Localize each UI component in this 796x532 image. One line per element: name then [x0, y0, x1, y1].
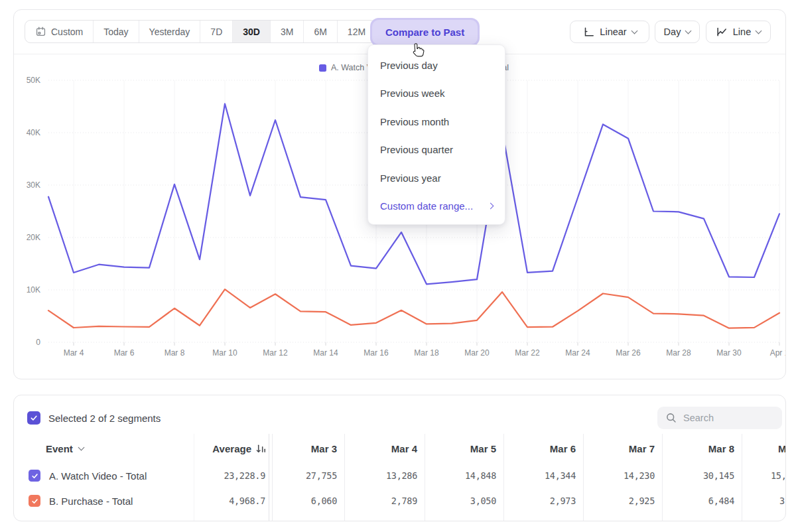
cell-value: 30,145 — [662, 470, 742, 481]
menu-item-previous-month[interactable]: Previous month — [368, 107, 505, 136]
date-preset-6m[interactable]: 6M — [304, 21, 337, 42]
cell-value-clipped: 15, — [742, 470, 786, 481]
date-range-picker: Custom Today Yesterday 7D 30D 3M 6M 12M — [25, 20, 376, 43]
search-box[interactable] — [657, 407, 782, 429]
svg-text:30K: 30K — [27, 180, 40, 190]
sort-descending-icon — [255, 442, 267, 455]
svg-text:Mar 14: Mar 14 — [313, 348, 338, 358]
column-header-mar7[interactable]: Mar 7 — [583, 443, 662, 454]
column-divider — [344, 434, 345, 521]
column-header-average[interactable]: Average — [194, 442, 273, 455]
scale-select[interactable]: Linear — [570, 21, 649, 43]
chart-card: 010K20K30K40K50KMar 4Mar 6Mar 8Mar 10Mar… — [13, 9, 786, 379]
select-all-checkbox[interactable] — [27, 411, 40, 425]
svg-text:Mar 16: Mar 16 — [364, 348, 389, 358]
column-divider — [742, 434, 742, 521]
svg-text:Mar 12: Mar 12 — [263, 348, 288, 358]
svg-text:50K: 50K — [27, 76, 40, 85]
svg-text:Mar 8: Mar 8 — [165, 348, 185, 358]
column-header-mar5[interactable]: Mar 5 — [425, 443, 503, 454]
search-icon — [665, 412, 677, 424]
linear-axis-icon — [582, 26, 594, 38]
svg-text:Mar 20: Mar 20 — [464, 348, 490, 358]
check-icon — [31, 498, 38, 505]
date-preset-12m[interactable]: 12M — [338, 21, 375, 42]
menu-item-previous-week[interactable]: Previous week — [368, 80, 505, 108]
row-checkbox-watch-video[interactable] — [29, 470, 40, 482]
svg-text:Mar 30: Mar 30 — [716, 348, 742, 358]
check-icon — [31, 472, 38, 480]
date-preset-yesterday[interactable]: Yesterday — [139, 21, 201, 42]
menu-item-previous-year[interactable]: Previous year — [368, 164, 505, 192]
cell-value: 14,848 — [425, 470, 503, 481]
selected-segments-label: Selected 2 of 2 segments — [48, 413, 161, 424]
svg-text:Mar 10: Mar 10 — [212, 348, 237, 358]
svg-text:Mar 4: Mar 4 — [64, 348, 84, 358]
compare-to-past-button[interactable]: Compare to Past — [372, 20, 478, 44]
segments-table: Event Average Mar 3 Mar 4 Mar 5 Mar 6 Ma… — [14, 434, 786, 513]
row-label: A. Watch Video - Total — [49, 470, 147, 482]
chevron-down-icon — [78, 444, 84, 450]
cell-value: 14,230 — [583, 470, 662, 481]
cell-average: 4,968.7 — [194, 496, 273, 506]
date-preset-custom[interactable]: Custom — [25, 21, 94, 42]
date-preset-today[interactable]: Today — [94, 21, 139, 42]
cell-value: 6,484 — [662, 496, 742, 506]
column-header-mar6[interactable]: Mar 6 — [503, 443, 583, 454]
cell-value: 2,973 — [503, 496, 583, 506]
chevron-down-icon — [631, 27, 637, 34]
column-divider — [662, 434, 663, 521]
column-divider — [194, 434, 194, 521]
cell-value: 14,344 — [503, 470, 583, 481]
cell-value: 2,789 — [344, 496, 425, 506]
column-header-mar9-clipped[interactable]: M — [742, 443, 786, 454]
granularity-select[interactable]: Day — [655, 21, 700, 43]
column-header-event[interactable]: Event — [14, 443, 194, 454]
check-icon — [30, 414, 38, 422]
calendar-icon — [35, 26, 46, 37]
cell-value: 3,050 — [425, 496, 503, 506]
svg-text:Mar 24: Mar 24 — [565, 348, 590, 358]
column-header-mar8[interactable]: Mar 8 — [662, 443, 742, 454]
row-label: B. Purchase - Total — [49, 496, 133, 507]
preset-label: Custom — [51, 27, 83, 37]
line-chart-icon — [716, 26, 728, 38]
date-preset-7d[interactable]: 7D — [200, 21, 233, 42]
column-divider — [425, 434, 425, 521]
segments-table-card: Selected 2 of 2 segments Event — [13, 395, 786, 521]
column-header-mar3[interactable]: Mar 3 — [273, 443, 344, 454]
svg-text:40K: 40K — [27, 128, 40, 137]
svg-text:Mar 18: Mar 18 — [414, 348, 439, 358]
menu-item-previous-day[interactable]: Previous day — [368, 51, 505, 80]
menu-item-custom-date-range[interactable]: Custom date range... — [368, 192, 505, 221]
date-preset-3m[interactable]: 3M — [271, 21, 304, 42]
cell-value: 6,060 — [273, 496, 344, 506]
svg-text:Apr 1: Apr 1 — [770, 348, 785, 358]
cell-value: 13,286 — [344, 470, 425, 481]
svg-text:10K: 10K — [27, 285, 40, 295]
column-divider — [583, 434, 584, 521]
cell-value: 27,755 — [273, 470, 344, 481]
cell-value: 2,925 — [583, 496, 662, 506]
svg-text:Mar 22: Mar 22 — [515, 348, 540, 358]
date-preset-30d[interactable]: 30D — [233, 21, 271, 42]
chart-type-select[interactable]: Line — [706, 21, 771, 43]
column-divider — [503, 434, 504, 521]
row-checkbox-purchase[interactable] — [29, 495, 40, 507]
segments-header-row: Selected 2 of 2 segments — [14, 395, 785, 432]
svg-text:0: 0 — [36, 338, 40, 347]
compare-to-past-menu: Previous day Previous week Previous mont… — [367, 44, 505, 225]
legend-swatch-purple — [319, 64, 326, 72]
menu-item-previous-quarter[interactable]: Previous quarter — [368, 136, 505, 165]
svg-text:Mar 6: Mar 6 — [114, 348, 135, 358]
cell-average: 23,228.9 — [194, 470, 273, 481]
svg-text:20K: 20K — [27, 233, 40, 242]
column-divider — [269, 434, 269, 521]
cell-value-clipped: 3, — [742, 496, 786, 506]
search-input[interactable] — [683, 413, 769, 423]
svg-text:Mar 26: Mar 26 — [616, 348, 641, 358]
chevron-right-icon — [488, 203, 494, 210]
column-header-mar4[interactable]: Mar 4 — [344, 443, 425, 454]
table-row-watch-video: A. Watch Video - Total 23,228.9 27,755 1… — [14, 463, 786, 488]
svg-text:Mar 28: Mar 28 — [666, 348, 691, 358]
